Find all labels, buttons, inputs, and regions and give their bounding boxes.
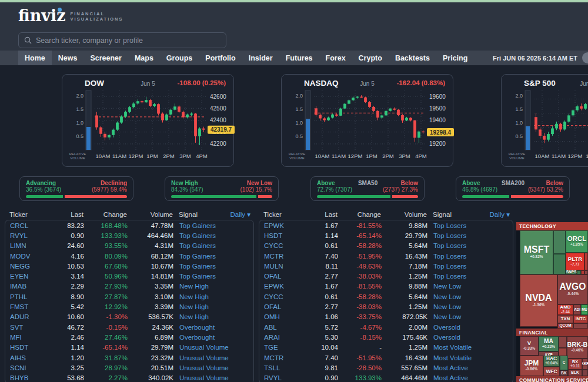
sector-header-technology[interactable]: TECHNOLOGY (516, 222, 588, 230)
signal-link[interactable]: Overbought (173, 324, 250, 331)
nav-item-futures[interactable]: Futures (279, 51, 319, 65)
ticker-link[interactable]: AIHS (10, 354, 48, 361)
ticker-link[interactable]: OFAL (264, 303, 302, 310)
heatmap-tile-snps[interactable]: SNPS (566, 270, 577, 274)
signal-link[interactable]: Most Active (427, 364, 509, 371)
ticker-link[interactable]: MCTR (264, 354, 302, 361)
ticker-link[interactable]: RVYL (264, 374, 302, 381)
ticker-link[interactable]: RVYL (10, 232, 48, 239)
signal-link[interactable]: New Low (427, 283, 509, 290)
heatmap-tile-kkr[interactable]: KKR (582, 358, 588, 370)
nav-item-insider[interactable]: Insider (242, 51, 279, 65)
signal-link[interactable]: Top Gainers (173, 222, 250, 229)
ticker-link[interactable]: PTHL (10, 293, 48, 300)
heatmap-tile-ma[interactable]: MA+0.22% (539, 336, 559, 351)
ticker-link[interactable]: NEGG (10, 263, 48, 270)
signal-link[interactable]: Most Active (427, 374, 509, 381)
signal-link[interactable]: Top Gainers (173, 263, 250, 270)
signal-link[interactable]: Most Volatile (427, 344, 509, 351)
ticker-link[interactable]: CYCC (264, 293, 302, 300)
heatmap-tile-txn[interactable]: TXN (557, 315, 573, 323)
heatmap-tile-bk[interactable]: BK (560, 370, 568, 376)
signal-link[interactable]: Oversold (427, 334, 509, 341)
nav-item-pricing[interactable]: Pricing (436, 51, 474, 65)
search-input[interactable] (36, 36, 220, 45)
signal-link[interactable]: Top Gainers (173, 242, 250, 249)
signal-link[interactable]: Top Losers (427, 232, 509, 239)
sector-header-communication-services[interactable]: COMMUNICATION SERVICES (516, 376, 588, 382)
period-dropdown[interactable]: Daily ▾ (479, 210, 510, 219)
ticker-link[interactable]: OMH (264, 313, 302, 320)
sp500-chart-panel[interactable]: 10AM11AM12PM1PM2PM3PM4PM2.01.51.00.5RELA… (501, 74, 588, 167)
heatmap-tile-nvda[interactable]: NVDA-1.36% (520, 274, 557, 327)
nav-item-home[interactable]: Home (18, 51, 52, 65)
ticker-link[interactable]: MCTR (264, 253, 302, 260)
nav-item-forex[interactable]: Forex (319, 51, 352, 65)
ticker-link[interactable]: SVT (10, 324, 48, 331)
signal-link[interactable]: Top Gainers (173, 253, 250, 260)
signal-link[interactable]: New High (173, 303, 250, 310)
sector-heatmap[interactable]: TECHNOLOGYFINANCIALCOMMUNICATION SERVICE… (516, 222, 588, 382)
ticker-link[interactable]: FMST (10, 303, 48, 310)
nav-item-crypto[interactable]: Crypto (352, 51, 389, 65)
signal-link[interactable]: Top Losers (427, 222, 509, 229)
nav-item-groups[interactable]: Groups (160, 51, 199, 65)
heatmap-tile-c[interactable]: C (560, 356, 568, 370)
signal-link[interactable]: Top Losers (427, 273, 509, 280)
heatmap-tile-pltr[interactable]: PLTR-7.77 (566, 253, 584, 270)
heatmap-tile-wfc[interactable]: WFC (543, 367, 560, 376)
heatmap-tile-bac[interactable]: BAC+0.04% (543, 356, 560, 367)
ticker-link[interactable]: CRCL (10, 222, 48, 229)
nav-item-screener[interactable]: Screener (83, 51, 128, 65)
signal-link[interactable]: New Low (427, 313, 509, 320)
heatmap-tile-bx[interactable]: BX+0.11 (568, 358, 582, 370)
signal-link[interactable]: Top Losers (427, 242, 509, 249)
sector-header-financial[interactable]: FINANCIAL (516, 329, 588, 336)
ticker-link[interactable]: CYCC (264, 242, 302, 249)
ticker-link[interactable]: HSDT (264, 232, 302, 239)
nav-item-news[interactable]: News (52, 51, 84, 65)
ticker-link[interactable]: EPWK (264, 283, 302, 290)
ticker-link[interactable]: MODV (10, 253, 48, 260)
signal-link[interactable]: Overbought (173, 334, 250, 341)
signal-link[interactable]: Top Gainers (173, 273, 250, 280)
heatmap-tile-mu[interactable]: MU (581, 304, 588, 315)
ticker-link[interactable]: ABL (264, 324, 302, 331)
dow-chart-panel[interactable]: 10AM11AM12PM1PM2PM3PM4PM4260042500424004… (62, 74, 234, 167)
signal-link[interactable]: Unusual Volume (173, 364, 250, 371)
signal-link[interactable]: Unusual Volume (173, 354, 250, 361)
signal-link[interactable]: New High (173, 293, 250, 300)
heatmap-tile-msft[interactable]: MSFT+0.82% (520, 230, 553, 274)
signal-link[interactable]: Top Losers (427, 263, 509, 270)
signal-link[interactable]: Top Losers (427, 253, 509, 260)
ticker-link[interactable]: SCNI (10, 364, 48, 371)
finviz-logo[interactable]: finviz FINANCIAL VISUALIZATIONS (18, 7, 123, 25)
ticker-link[interactable]: TGE (264, 344, 302, 351)
ticker-link[interactable]: ARAI (264, 334, 302, 341)
ticker-link[interactable]: BHYB (10, 374, 48, 381)
signal-link[interactable]: New Low (427, 293, 509, 300)
heatmap-tile-avgo[interactable]: AVGO-0.44% (557, 274, 588, 304)
heatmap-tile-intc[interactable]: INTC (573, 315, 588, 323)
nav-item-portfolio[interactable]: Portfolio (199, 51, 242, 65)
ticker-link[interactable]: EPWK (264, 222, 302, 229)
signal-link[interactable]: Unusual Volume (173, 374, 250, 381)
heatmap-tile-jpm[interactable]: JPM-0.86% (520, 356, 543, 376)
ticker-link[interactable]: LIMN (10, 242, 48, 249)
signal-link[interactable]: Oversold (427, 324, 509, 331)
signal-link[interactable]: Top Gainers (173, 232, 250, 239)
signal-link[interactable]: New Low (427, 303, 509, 310)
heatmap-tile-amd[interactable]: AMD-2.44 (557, 304, 573, 315)
ticker-link[interactable]: ADUR (10, 313, 48, 320)
nav-item-backtests[interactable]: Backtests (389, 51, 436, 65)
nav-item-maps[interactable]: Maps (128, 51, 160, 65)
heatmap-tile-v[interactable]: V-0.33% (520, 336, 539, 356)
ticker-link[interactable]: HSDT (10, 344, 48, 351)
heatmap-tile-orcl[interactable]: ORCL+1.85% (566, 230, 588, 253)
ticker-link[interactable]: MFI (10, 334, 48, 341)
signal-link[interactable]: Unusual Volume (173, 344, 250, 351)
nasdaq-chart-panel[interactable]: 10AM11AM12PM1PM2PM3PM4PM1960019500194001… (281, 74, 453, 167)
profile-circle-icon[interactable] (582, 52, 588, 63)
heatmap-tile-qcom[interactable]: QCOM (557, 323, 573, 329)
search-box[interactable] (18, 32, 226, 48)
